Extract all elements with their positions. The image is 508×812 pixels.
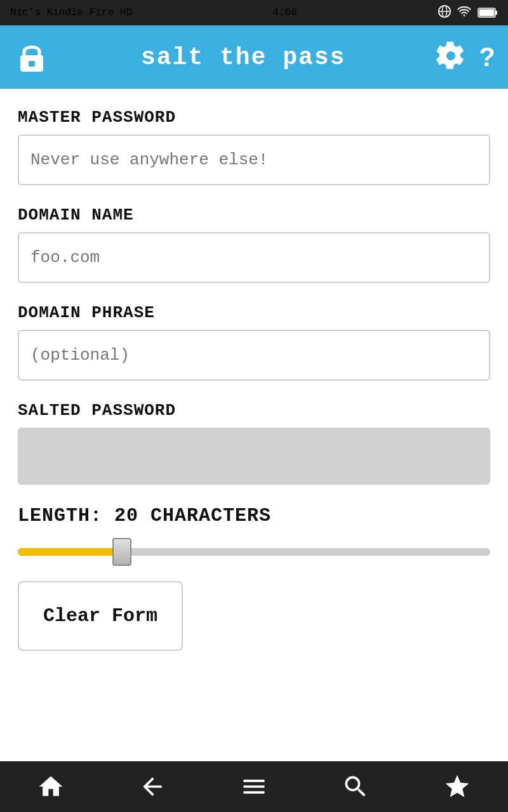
master-password-label: MASTER PASSWORD [18,108,490,127]
svg-rect-8 [29,61,35,67]
home-nav-button[interactable] [25,768,76,806]
device-name: Nic's Kindle Fire HD [10,7,132,18]
star-icon [443,773,471,801]
menu-nav-button[interactable] [229,768,279,806]
app-title: salt the pass [51,44,436,71]
battery-icon [478,7,498,18]
length-slider-container [18,538,490,566]
salted-password-group: SALTED PASSWORD [18,401,490,485]
home-icon [37,773,65,801]
status-bar: Nic's Kindle Fire HD 4:06 [0,0,508,25]
header-actions: ? [436,41,495,74]
domain-name-group: DOMAIN NAME [18,206,490,283]
back-icon [138,773,166,801]
domain-phrase-label: DOMAIN PHRASE [18,303,490,322]
svg-rect-5 [495,11,497,15]
help-button[interactable]: ? [479,42,495,72]
salted-password-output [18,428,490,485]
svg-rect-6 [479,9,495,16]
length-label: LENGTH: 20 CHARACTERS [18,505,490,527]
globe-icon [438,4,451,18]
lock-icon [13,38,51,76]
length-section: LENGTH: 20 CHARACTERS [18,505,490,566]
status-icons [438,4,498,22]
help-icon: ? [479,42,495,72]
wifi-icon [457,4,471,18]
domain-name-label: DOMAIN NAME [18,206,490,225]
favorites-nav-button[interactable] [432,768,483,806]
salted-password-label: SALTED PASSWORD [18,401,490,420]
settings-icon [436,41,466,71]
search-nav-button[interactable] [330,768,381,806]
menu-icon [240,773,268,801]
bottom-nav [0,761,508,812]
master-password-input[interactable] [18,134,490,185]
main-content: MASTER PASSWORD DOMAIN NAME DOMAIN PHRAS… [0,89,508,761]
lock-icon-svg [15,40,49,74]
clear-form-button[interactable]: Clear Form [18,581,183,651]
app-header: salt the pass ? [0,25,508,89]
settings-button[interactable] [436,41,466,74]
status-time: 4:06 [272,7,297,18]
master-password-group: MASTER PASSWORD [18,108,490,185]
domain-phrase-input[interactable] [18,330,490,381]
domain-name-input[interactable] [18,232,490,283]
domain-phrase-group: DOMAIN PHRASE [18,303,490,381]
search-icon [342,773,370,801]
svg-point-3 [464,15,465,16]
back-nav-button[interactable] [127,768,178,806]
